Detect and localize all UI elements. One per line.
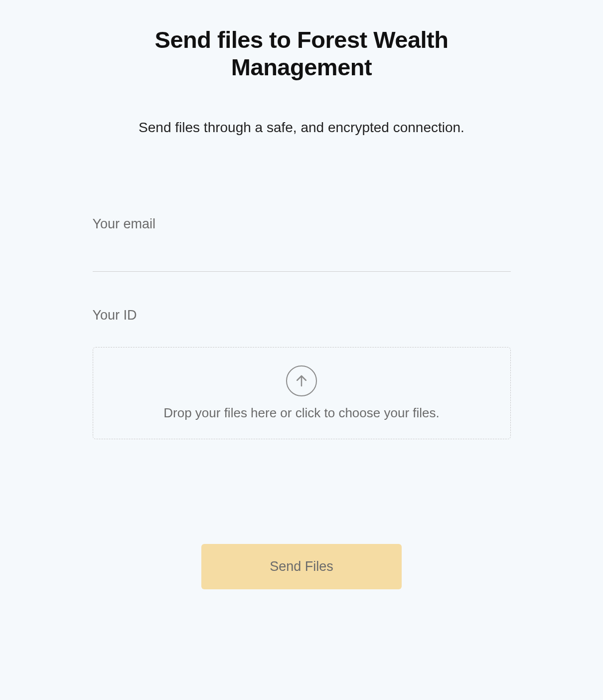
- upload-form: Your email Your ID Drop your files here …: [93, 216, 511, 439]
- id-label: Your ID: [93, 308, 511, 323]
- upload-icon: [286, 365, 317, 396]
- page-subtitle: Send files through a safe, and encrypted…: [93, 120, 511, 136]
- submit-row: Send Files: [93, 544, 511, 589]
- email-field-group: Your email: [93, 216, 511, 272]
- email-input[interactable]: [93, 236, 511, 272]
- dropzone-text: Drop your files here or click to choose …: [103, 405, 500, 421]
- send-files-button[interactable]: Send Files: [201, 544, 402, 589]
- page-title: Send files to Forest Wealth Management: [93, 0, 511, 81]
- email-label: Your email: [93, 216, 511, 232]
- file-dropzone[interactable]: Drop your files here or click to choose …: [93, 347, 511, 439]
- id-field-group: Your ID Drop your files here or click to…: [93, 308, 511, 439]
